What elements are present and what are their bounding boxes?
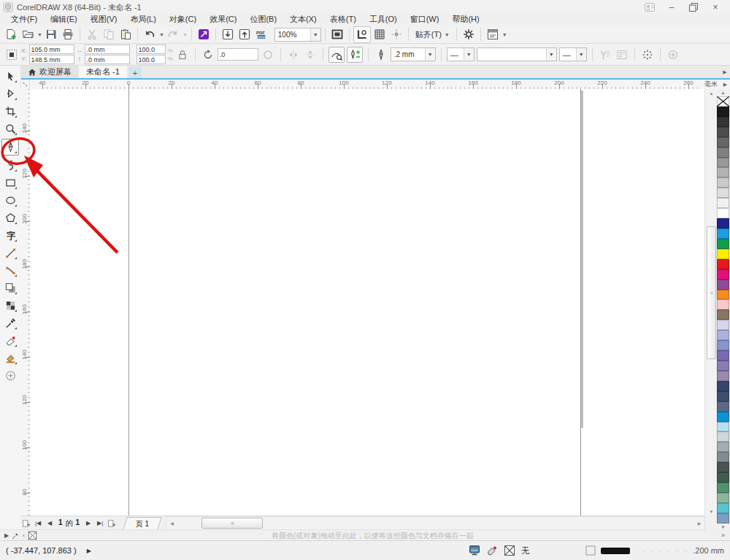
palette-swatch-38[interactable]: [717, 483, 729, 493]
palette-swatch-17[interactable]: [717, 269, 729, 280]
curve-smoothness-button[interactable]: [347, 47, 363, 63]
fullscreen-preview-button[interactable]: [329, 27, 345, 42]
palette-swatch-2[interactable]: [717, 117, 729, 127]
color-proof-monitor-icon[interactable]: [469, 545, 480, 556]
palette-swatch-40[interactable]: [717, 503, 729, 513]
palette-swatch-8[interactable]: [717, 177, 729, 188]
palette-swatch-3[interactable]: [717, 127, 729, 137]
drawing-canvas[interactable]: [30, 89, 705, 516]
menu-window[interactable]: 窗口(W): [404, 13, 446, 26]
application-launcher-button[interactable]: [485, 27, 501, 42]
line-start-arrow-select[interactable]: — ▼: [447, 47, 474, 61]
open-dropdown-icon[interactable]: ▼: [37, 32, 42, 37]
menu-object[interactable]: 对象(C): [163, 13, 203, 26]
zoom-tool[interactable]: [2, 121, 18, 137]
palette-swatch-27[interactable]: [717, 371, 729, 381]
palette-scroll-down-icon[interactable]: ▼: [717, 523, 729, 531]
outline-status-icon[interactable]: [585, 545, 596, 556]
color-eyedropper-tool[interactable]: [2, 315, 18, 331]
palette-swatch-4[interactable]: [717, 137, 729, 147]
vertical-scroll-thumb[interactable]: ≡: [707, 226, 716, 359]
text-tool[interactable]: 字: [2, 228, 18, 243]
next-page-button[interactable]: ▶: [82, 518, 94, 529]
palette-swatch-9[interactable]: [717, 188, 729, 198]
snap-to-button[interactable]: 贴齐(T) ▼: [412, 27, 453, 42]
palette-swatch-28[interactable]: [717, 381, 729, 391]
line-style-select[interactable]: ▼: [477, 47, 557, 61]
page-1-tab[interactable]: 页 1: [123, 517, 162, 530]
tab-scroll-right-icon[interactable]: ▶: [720, 66, 730, 78]
no-color-swatch[interactable]: [28, 531, 37, 540]
menu-view[interactable]: 视图(V): [84, 13, 124, 26]
menu-table[interactable]: 表格(T): [323, 13, 363, 26]
redo-button[interactable]: [165, 27, 181, 42]
paste-button[interactable]: [118, 27, 134, 42]
print-button[interactable]: [60, 27, 76, 42]
dimension-tool[interactable]: [2, 245, 18, 261]
palette-swatch-23[interactable]: [717, 330, 729, 340]
show-rulers-button[interactable]: [353, 26, 371, 43]
outline-color-swatch[interactable]: [601, 548, 630, 554]
palette-no-color-swatch[interactable]: [717, 96, 729, 107]
menu-text[interactable]: 文本(X): [283, 13, 323, 26]
show-grid-button[interactable]: [372, 27, 388, 42]
freehand-tool[interactable]: [1, 139, 19, 156]
copy-button[interactable]: [101, 27, 117, 42]
search-content-button[interactable]: [196, 27, 212, 42]
fill-none-swatch[interactable]: [504, 545, 515, 556]
account-icon[interactable]: [644, 2, 656, 12]
restore-button[interactable]: [688, 2, 699, 12]
tab-untitled-document[interactable]: 未命名 -1: [79, 66, 127, 78]
palette-swatch-1[interactable]: [717, 107, 729, 117]
menu-layout[interactable]: 布局(L): [123, 13, 162, 26]
menu-tools[interactable]: 工具(O): [363, 13, 404, 26]
object-width-field[interactable]: [85, 45, 130, 54]
palette-swatch-20[interactable]: [717, 299, 729, 310]
transparency-tool[interactable]: [2, 298, 18, 313]
menu-help[interactable]: 帮助(H): [445, 13, 485, 26]
palette-swatch-14[interactable]: [717, 239, 729, 249]
doc-palette-collapse-icon[interactable]: ‹: [23, 532, 25, 539]
lock-ratio-button[interactable]: [175, 47, 190, 62]
pick-tool[interactable]: [2, 69, 18, 84]
export-button[interactable]: [237, 27, 253, 42]
outline-width-dropdown-icon[interactable]: ▼: [425, 48, 435, 61]
save-button[interactable]: [43, 27, 59, 42]
add-page-before-button[interactable]: [20, 518, 32, 529]
launcher-dropdown-icon[interactable]: ▼: [502, 32, 507, 37]
fill-color-icon[interactable]: [486, 545, 498, 556]
polygon-tool[interactable]: [2, 210, 18, 226]
menu-edit[interactable]: 编辑(E): [44, 13, 84, 26]
last-page-button[interactable]: ▶|: [94, 518, 106, 529]
horizontal-scrollbar[interactable]: ◀ ≡ ▶: [166, 516, 705, 530]
palette-expand-icon[interactable]: »: [717, 531, 729, 540]
palette-swatch-33[interactable]: [717, 431, 729, 442]
palette-swatch-13[interactable]: [717, 229, 729, 239]
crop-tool[interactable]: [2, 104, 18, 119]
tab-welcome-screen[interactable]: 欢迎屏幕: [20, 66, 79, 78]
palette-swatch-39[interactable]: [717, 493, 729, 503]
shape-tool[interactable]: [2, 86, 18, 101]
palette-swatch-6[interactable]: [717, 158, 729, 168]
palette-swatch-7[interactable]: [717, 167, 729, 177]
connector-tool[interactable]: [2, 263, 18, 278]
palette-swatch-21[interactable]: [717, 310, 729, 320]
doc-palette-eyedropper-icon[interactable]: [12, 532, 20, 540]
minimize-button[interactable]: –: [666, 2, 677, 12]
add-page-after-button[interactable]: [106, 518, 118, 529]
horizontal-scroll-thumb[interactable]: ≡: [201, 518, 263, 529]
smart-fill-tool[interactable]: [2, 350, 18, 366]
outline-width-select[interactable]: .2 mm ▼: [391, 47, 436, 61]
palette-swatch-10[interactable]: [717, 198, 729, 208]
object-y-field[interactable]: [29, 55, 74, 64]
close-button[interactable]: ×: [710, 2, 721, 12]
new-document-button[interactable]: [3, 27, 19, 42]
palette-swatch-15[interactable]: [717, 249, 729, 259]
palette-swatch-12[interactable]: [717, 218, 729, 229]
scroll-right-icon[interactable]: ▶: [694, 517, 704, 529]
options-gear-button[interactable]: [461, 27, 477, 42]
line-end-arrow-select[interactable]: — ▼: [559, 47, 587, 61]
ruler-scroll-right-icon[interactable]: ▶: [721, 80, 730, 89]
zoom-level-select[interactable]: 100% ▼: [274, 28, 321, 42]
palette-scroll-up-icon[interactable]: ▲: [717, 89, 729, 96]
